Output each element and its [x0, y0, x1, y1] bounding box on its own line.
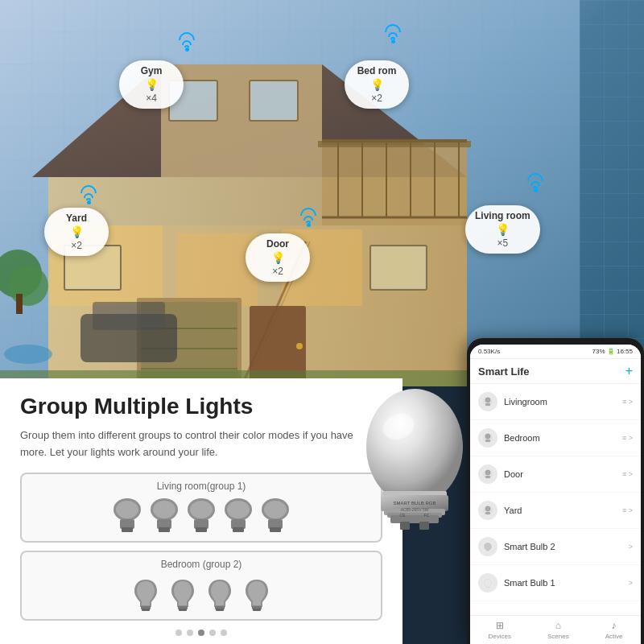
group-2-bulbs: [31, 576, 371, 613]
bulb-a19-4: [242, 576, 272, 613]
dot-3-active: [198, 630, 204, 636]
svg-point-77: [190, 501, 213, 518]
phone-item-arrow-smartbulb1: >: [629, 579, 633, 587]
product-bulb-area: SMART BULB RGB AC85-265V 5W CE FC: [358, 386, 487, 547]
info-description: Group them into different groups to cont…: [20, 427, 382, 461]
wifi-livingroom: [527, 173, 543, 192]
phone-item-text-smartbulb2: Smart Bulb 2: [504, 542, 622, 551]
product-bulb-svg: SMART BULB RGB AC85-265V 5W CE FC: [358, 386, 471, 531]
group-1-title: Living room(group 1): [31, 481, 371, 492]
phone-app-header: Smart Life +: [470, 359, 641, 384]
phone-list-item-yard[interactable]: Yard ≡ >: [470, 493, 641, 529]
svg-rect-71: [122, 527, 133, 532]
svg-text:CE: CE: [400, 513, 407, 518]
bulb-gu10-4: [223, 498, 254, 535]
bulb-gu10-5: [260, 498, 291, 535]
phone-item-icon-smartbulb1: [478, 573, 497, 592]
svg-rect-104: [419, 522, 429, 530]
info-section: Group Multiple Lights Group them into di…: [0, 378, 402, 644]
info-title: Group Multiple Lights: [20, 394, 382, 419]
svg-rect-32: [322, 145, 467, 225]
wifi-yard: [80, 185, 97, 204]
svg-rect-49: [250, 80, 298, 121]
svg-rect-89: [142, 609, 150, 611]
room-bubble-bedroom: Bed rom 💡 ×2: [345, 60, 409, 109]
phone-item-arrow-door: ≡ >: [622, 470, 633, 478]
svg-rect-95: [253, 609, 261, 611]
svg-rect-53: [372, 247, 425, 288]
phone-nav-active[interactable]: ♪ Active: [605, 620, 623, 640]
svg-point-96: [366, 389, 463, 505]
room-bubble-gym: Gym 💡 ×4: [119, 60, 184, 109]
svg-point-64: [4, 345, 52, 364]
active-icon: ♪: [612, 620, 617, 631]
bulb-gu10-2: [149, 498, 180, 535]
phone-item-text-livingroom: Livingroom: [504, 397, 616, 407]
svg-rect-79: [196, 527, 207, 532]
svg-rect-66: [93, 302, 165, 330]
wifi-door: [300, 208, 316, 227]
phone-bottom-nav: ⊞ Devices ⌂ Scenes ♪ Active: [470, 615, 641, 644]
svg-rect-91: [179, 609, 187, 611]
group-1-bulbs: [31, 498, 371, 535]
devices-icon: ⊞: [496, 620, 504, 631]
phone-list-item-smartbulb1[interactable]: Smart Bulb 1 >: [470, 565, 641, 601]
phone-mockup: 0.53K/s 73% 🔋 16:55 Smart Life + Livingr…: [467, 338, 644, 644]
dot-2: [187, 630, 193, 636]
page-dots: [175, 630, 227, 636]
phone-item-text-yard: Yard: [504, 506, 616, 515]
phone-list-item-bedroom[interactable]: Bedroom ≡ >: [470, 420, 641, 456]
svg-text:AC85-265V 5W: AC85-265V 5W: [401, 507, 429, 512]
svg-point-62: [8, 266, 48, 306]
phone-list-item-livingroom[interactable]: Livingroom ≡ >: [470, 384, 641, 420]
phone-battery: 73% 🔋 16:55: [592, 348, 633, 355]
room-bubble-yard: Yard 💡 ×2: [44, 208, 109, 256]
phone-list-item-door[interactable]: Door ≡ >: [470, 456, 641, 493]
room-bubble-livingroom: Living room 💡 ×5: [465, 205, 540, 254]
wifi-bedroom: [385, 24, 401, 43]
scenes-icon: ⌂: [555, 620, 561, 631]
bulb-a19-2: [167, 576, 198, 613]
svg-point-60: [296, 343, 303, 349]
battery-icon: 🔋: [607, 348, 615, 355]
svg-rect-93: [216, 609, 224, 611]
phone-item-arrow-smartbulb2: >: [629, 543, 633, 551]
phone-item-text-smartbulb1: Smart Bulb 1: [504, 578, 622, 588]
svg-point-73: [153, 501, 175, 518]
phone-status-bar: 0.53K/s 73% 🔋 16:55: [470, 345, 641, 359]
active-label: Active: [605, 633, 623, 640]
svg-rect-83: [233, 527, 244, 532]
room-bubble-door: Door 💡 ×2: [246, 233, 310, 282]
bulb-gu10-3: [186, 498, 217, 535]
svg-rect-103: [400, 522, 410, 530]
svg-rect-87: [270, 527, 281, 532]
main-container: Gym 💡 ×4 Bed rom 💡 ×2 Yard 💡 ×2 Door 💡 ×…: [0, 0, 644, 644]
phone-item-text-bedroom: Bedroom: [504, 433, 616, 443]
svg-text:FC: FC: [424, 513, 430, 518]
phone-nav-devices[interactable]: ⊞ Devices: [489, 620, 511, 640]
svg-rect-63: [16, 294, 23, 314]
phone-add-button[interactable]: +: [625, 364, 633, 378]
svg-point-81: [227, 501, 250, 518]
svg-text:SMART BULB RGB: SMART BULB RGB: [394, 501, 436, 506]
dot-1: [175, 630, 182, 636]
dot-4: [209, 630, 216, 636]
svg-rect-75: [159, 527, 170, 532]
phone-signal: 0.53K/s: [478, 348, 500, 355]
phone-app-title: Smart Life: [478, 365, 530, 378]
phone-item-text-door: Door: [504, 469, 616, 479]
phone-nav-scenes[interactable]: ⌂ Scenes: [547, 620, 569, 640]
phone-screen: 0.53K/s 73% 🔋 16:55 Smart Life + Livingr…: [470, 345, 641, 644]
svg-point-69: [116, 501, 138, 518]
scenes-label: Scenes: [547, 633, 569, 640]
svg-rect-102: [390, 515, 439, 523]
bulb-gu10-1: [112, 498, 142, 535]
phone-list-item-smartbulb2[interactable]: Smart Bulb 2 >: [470, 529, 641, 565]
group-box-2: Bedroom (group 2): [20, 551, 382, 621]
dot-5: [221, 630, 227, 636]
group-box-1: Living room(group 1): [20, 473, 382, 543]
house-section: Gym 💡 ×4 Bed rom 💡 ×2 Yard 💡 ×2 Door 💡 ×…: [0, 0, 644, 386]
phone-item-arrow-bedroom: ≡ >: [622, 434, 633, 442]
phone-item-arrow-livingroom: ≡ >: [622, 398, 633, 406]
bulb-a19-3: [204, 576, 235, 613]
